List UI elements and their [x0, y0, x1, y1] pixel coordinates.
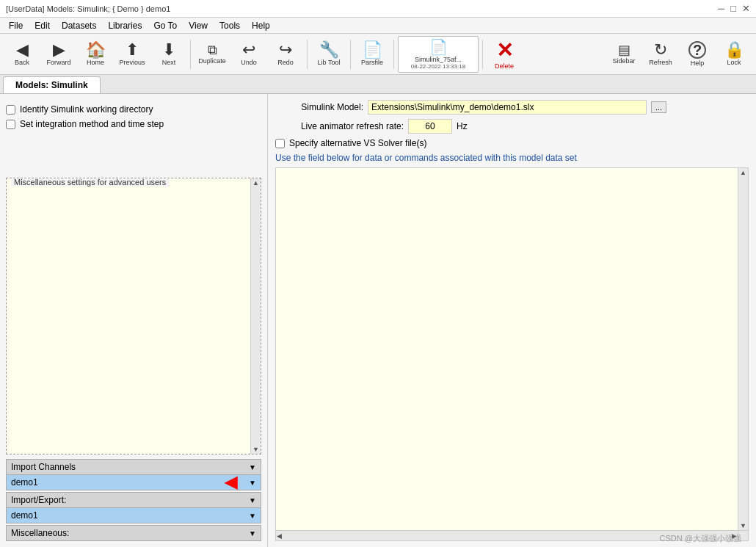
import-export-value-row[interactable]: demo1 ▼ — [6, 508, 261, 524]
delete-icon: ✕ — [496, 38, 513, 62]
title-text: [UserData] Models: Simulink; { Demo } de… — [6, 4, 170, 13]
back-button[interactable]: ◀ Back — [4, 36, 40, 73]
data-scroll-up[interactable]: ▲ — [739, 168, 747, 177]
main-content: Identify Simulink working directory Set … — [0, 94, 756, 547]
undo-icon: ↩ — [242, 42, 255, 58]
identify-checkbox[interactable] — [6, 105, 15, 115]
help-icon: ? — [688, 41, 706, 59]
import-export-arrow[interactable]: ▼ — [249, 496, 256, 504]
window-controls: ─ □ ✕ — [718, 3, 750, 14]
misc-box-label: Miscellaneous settings for advanced user… — [11, 178, 169, 186]
next-button[interactable]: ⬇ Next — [151, 36, 186, 73]
minimize-btn[interactable]: ─ — [718, 3, 724, 14]
simulink-model-label: Simulink Model: — [275, 102, 363, 112]
menu-edit[interactable]: Edit — [29, 19, 56, 32]
duplicate-button[interactable]: ⧉ Duplicate — [195, 36, 230, 73]
home-label: Home — [87, 59, 104, 66]
menu-help[interactable]: Help — [246, 19, 276, 32]
menu-view[interactable]: View — [183, 19, 214, 32]
import-export-header[interactable]: Import/Export: ▼ — [6, 492, 261, 508]
tab-label: Models: Simulink — [15, 80, 88, 90]
misc-box-textarea[interactable] — [7, 178, 250, 454]
menu-file[interactable]: File — [3, 19, 29, 32]
misc-box-inner: ▲ ▼ — [7, 178, 261, 454]
import-channels-arrow[interactable]: ▼ — [249, 463, 256, 471]
live-animator-input[interactable] — [408, 119, 452, 134]
help-button[interactable]: ? Help — [680, 36, 715, 73]
delete-label: Delete — [495, 62, 514, 70]
file-icon: 📄 — [429, 38, 448, 56]
misc-scrollbar-h[interactable]: ◀ ▶ — [7, 454, 261, 454]
data-scroll-down[interactable]: ▼ — [739, 521, 747, 530]
close-btn[interactable]: ✕ — [742, 3, 750, 14]
checkbox-row-1: Identify Simulink working directory — [6, 104, 261, 115]
lock-button[interactable]: 🔒 Lock — [716, 36, 752, 73]
file-info-box: 📄 Simulink_75af... 08-22-2022 13:33:18 — [398, 36, 479, 73]
sidebar-label: Sidebar — [612, 58, 635, 65]
sep1 — [190, 40, 191, 69]
miscellaneous-group: Miscellaneous: ▼ — [6, 525, 261, 541]
miscellaneous-header[interactable]: Miscellaneous: ▼ — [6, 525, 261, 541]
scroll-up-arrow[interactable]: ▲ — [252, 178, 260, 187]
scroll-down-arrow[interactable]: ▼ — [252, 445, 260, 454]
tab-strip: Models: Simulink — [0, 75, 756, 94]
file-name: Simulink_75af... — [415, 56, 462, 63]
menu-datasets[interactable]: Datasets — [56, 19, 102, 32]
menu-bar: File Edit Datasets Libraries Go To View … — [0, 18, 756, 34]
maximize-btn[interactable]: □ — [730, 3, 736, 14]
right-panel: Simulink Model: ... Live animator refres… — [268, 94, 756, 547]
menu-goto[interactable]: Go To — [148, 19, 183, 32]
libtool-label: Lib Tool — [318, 59, 341, 66]
home-icon: 🏠 — [86, 42, 106, 58]
specify-checkbox[interactable] — [275, 139, 285, 148]
refresh-icon: ↻ — [654, 42, 667, 58]
import-channels-value: demo1 — [11, 477, 38, 488]
miscellaneous-arrow[interactable]: ▼ — [249, 529, 256, 537]
delete-button[interactable]: ✕ Delete — [487, 36, 522, 73]
undo-label: Undo — [241, 59, 257, 66]
simulink-model-input[interactable] — [368, 100, 647, 115]
undo-button[interactable]: ↩ Undo — [231, 36, 266, 73]
previous-label: Previous — [119, 59, 145, 66]
import-channels-header[interactable]: Import Channels ▼ — [6, 459, 261, 475]
import-export-value-arrow[interactable]: ▼ — [249, 512, 256, 520]
previous-button[interactable]: ⬆ Previous — [115, 36, 150, 73]
sep5 — [482, 40, 483, 69]
misc-scrollbar-v[interactable]: ▲ ▼ — [250, 178, 261, 454]
data-area: ▲ ▼ ◀ ▶ — [275, 167, 749, 541]
integration-checkbox[interactable] — [6, 120, 15, 129]
menu-tools[interactable]: Tools — [214, 19, 246, 32]
duplicate-icon: ⧉ — [208, 43, 217, 57]
left-panel: Identify Simulink working directory Set … — [0, 94, 268, 547]
sidebar-icon: ▤ — [618, 43, 630, 57]
next-label: Next — [162, 59, 176, 66]
misc-box: Miscellaneous settings for advanced user… — [6, 178, 261, 454]
checkboxes-area: Identify Simulink working directory Set … — [6, 104, 261, 129]
refresh-label: Refresh — [649, 59, 672, 66]
lock-icon: 🔒 — [724, 42, 744, 58]
refresh-button[interactable]: ↻ Refresh — [643, 36, 678, 73]
parsfile-button[interactable]: 📄 Parsfile — [355, 36, 390, 73]
data-scrollbar-v[interactable]: ▲ ▼ — [738, 168, 748, 530]
title-bar: [UserData] Models: Simulink; { Demo } de… — [0, 0, 756, 18]
red-arrow-icon: ◀ — [225, 473, 237, 492]
menu-libraries[interactable]: Libraries — [102, 19, 148, 32]
redo-button[interactable]: ↪ Redo — [268, 36, 303, 73]
previous-icon: ⬆ — [126, 42, 139, 58]
sep3 — [350, 40, 351, 69]
back-icon: ◀ — [16, 42, 29, 58]
import-channels-value-arrow[interactable]: ▼ — [249, 479, 256, 487]
help-label: Help — [691, 60, 705, 67]
import-export-group: Import/Export: ▼ demo1 ▼ — [6, 492, 261, 524]
sidebar-button[interactable]: ▤ Sidebar — [606, 36, 641, 73]
import-channels-label: Import Channels — [11, 462, 76, 472]
import-channels-value-row[interactable]: demo1 ◀ ▼ — [6, 475, 261, 490]
libtool-button[interactable]: 🔧 Lib Tool — [311, 36, 346, 73]
integration-label: Set integration method and time step — [20, 119, 164, 129]
data-scroll-left[interactable]: ◀ — [276, 532, 283, 540]
libtool-icon: 🔧 — [319, 42, 339, 58]
browse-button[interactable]: ... — [651, 101, 666, 113]
forward-button[interactable]: ▶ Forward — [41, 36, 76, 73]
home-button[interactable]: 🏠 Home — [78, 36, 113, 73]
tab-models-simulink[interactable]: Models: Simulink — [3, 76, 101, 93]
